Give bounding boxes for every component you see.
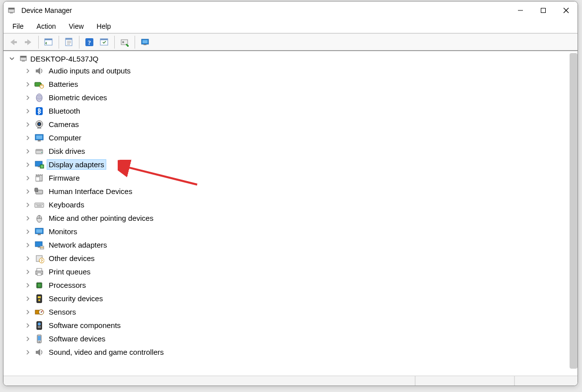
svg-rect-22 (127, 45, 129, 47)
expand-icon[interactable] (25, 176, 33, 181)
tree-item-label: Other devices (47, 254, 96, 263)
expand-icon[interactable] (25, 256, 33, 261)
tree-item-label: Computer (47, 133, 83, 142)
close-button[interactable] (555, 1, 578, 19)
tree-item[interactable]: Mice and other pointing devices (3, 211, 578, 225)
menu-action[interactable]: Action (31, 21, 62, 31)
tree-item[interactable]: Audio inputs and outputs (3, 64, 578, 77)
tree-item[interactable]: Software components (3, 319, 578, 332)
svg-rect-27 (20, 56, 26, 58)
disk-icon (34, 146, 44, 156)
expand-icon[interactable] (25, 95, 33, 100)
expand-icon[interactable] (25, 216, 33, 221)
expand-icon[interactable] (25, 269, 33, 274)
device-manager-window: Device Manager File Action View Help (3, 1, 578, 386)
battery-icon (34, 79, 44, 89)
tree-item[interactable]: Other devices (3, 252, 578, 265)
tree-item[interactable]: Network adapters (3, 238, 578, 252)
tree-item[interactable]: Monitors (3, 225, 578, 238)
expand-icon[interactable] (25, 149, 33, 154)
tree-item-label: Display adapters (47, 160, 106, 169)
tree-item-label: Software devices (47, 334, 107, 343)
expand-icon[interactable] (25, 109, 33, 114)
toolbar-action-panel[interactable] (97, 35, 111, 49)
tree-item-label: Disk drives (47, 146, 86, 156)
expand-icon[interactable] (25, 350, 33, 355)
titlebar[interactable]: Device Manager (3, 1, 578, 19)
expand-icon[interactable] (25, 296, 33, 301)
toolbar-forward[interactable] (21, 35, 35, 49)
svg-rect-4 (541, 8, 546, 13)
menubar: File Action View Help (3, 19, 578, 33)
expand-icon[interactable] (25, 68, 33, 73)
tree-item-label: Processors (47, 280, 87, 290)
window-title: Device Manager (21, 6, 509, 14)
toolbar-properties[interactable] (62, 35, 76, 49)
expand-icon[interactable] (25, 135, 33, 140)
expand-icon[interactable] (25, 122, 33, 127)
toolbar-scan[interactable] (138, 35, 152, 49)
software-comp-icon (34, 321, 44, 330)
menu-help[interactable]: Help (91, 21, 117, 31)
tree-item[interactable]: Keyboards (3, 198, 578, 211)
tree-item[interactable]: Sound, video and game controllers (3, 345, 578, 359)
device-tree[interactable]: DESKTOP-4L537JQ Audio inputs and outputs… (3, 51, 578, 376)
tree-item[interactable]: Cameras (3, 118, 578, 131)
toolbar-back[interactable] (6, 35, 20, 49)
status-segment (416, 376, 515, 386)
toolbar-show-hidden[interactable] (42, 35, 56, 49)
svg-point-21 (122, 41, 124, 43)
svg-rect-19 (100, 39, 108, 40)
other-icon (34, 254, 44, 263)
expand-icon[interactable] (25, 243, 33, 248)
mouse-icon (34, 213, 44, 223)
toolbar-help[interactable]: ? (82, 35, 96, 49)
window-controls (509, 1, 578, 19)
tree-item[interactable]: Batteries (3, 77, 578, 91)
svg-rect-12 (66, 38, 72, 40)
menu-file[interactable]: File (6, 21, 30, 31)
tree-item[interactable]: Bluetooth (3, 104, 578, 118)
tree-item[interactable]: Computer (3, 131, 578, 144)
svg-rect-1 (8, 8, 14, 9)
expand-icon[interactable] (25, 323, 33, 328)
svg-text:?: ? (88, 39, 91, 46)
menu-view[interactable]: View (63, 21, 89, 31)
tree-item[interactable]: Human Interface Devices (3, 185, 578, 198)
expand-icon[interactable] (25, 283, 33, 288)
expand-icon[interactable] (25, 189, 33, 194)
tree-item[interactable]: Sensors (3, 305, 578, 319)
expand-icon[interactable] (25, 162, 33, 167)
tree-item-label: Monitors (47, 227, 79, 236)
expand-icon[interactable] (25, 202, 33, 207)
status-segment (3, 376, 416, 386)
security-icon (34, 294, 44, 304)
expand-icon[interactable] (25, 229, 33, 234)
scrollbar[interactable] (570, 53, 578, 369)
expand-icon[interactable] (25, 336, 33, 341)
expand-icon[interactable] (25, 310, 33, 315)
minimize-button[interactable] (509, 1, 532, 19)
tree-item[interactable]: Display adapters (3, 158, 578, 171)
toolbar-update-driver[interactable] (118, 35, 132, 49)
tree-item-label: Sensors (47, 307, 77, 317)
keyboard-icon (34, 200, 44, 210)
toolbar-separator (135, 36, 135, 49)
svg-rect-2 (10, 12, 13, 13)
display-adapter-icon (34, 160, 44, 170)
tree-item[interactable]: Processors (3, 278, 578, 292)
tree-item[interactable]: Security devices (3, 292, 578, 305)
tree-item[interactable]: Print queues (3, 265, 578, 278)
firmware-icon (34, 173, 44, 183)
tree-item-label: Bluetooth (47, 106, 81, 116)
tree-item[interactable]: Software devices (3, 332, 578, 345)
collapse-icon[interactable] (9, 56, 17, 61)
svg-rect-8 (25, 41, 28, 43)
tree-item[interactable]: Firmware (3, 171, 578, 185)
tree-item[interactable]: Biometric devices (3, 91, 578, 104)
printer-icon (34, 267, 44, 277)
tree-item[interactable]: Disk drives (3, 144, 578, 158)
tree-root[interactable]: DESKTOP-4L537JQ (3, 53, 578, 64)
maximize-button[interactable] (532, 1, 555, 19)
expand-icon[interactable] (25, 82, 33, 87)
